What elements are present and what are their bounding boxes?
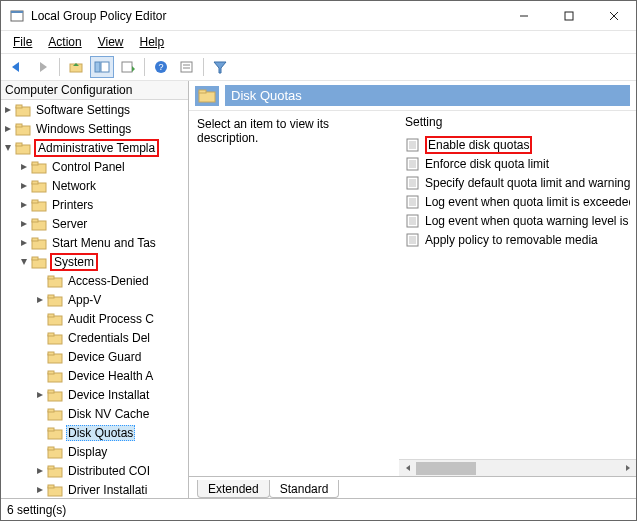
chevron-right-icon[interactable]: ▸ [33,480,47,498]
setting-item[interactable]: Specify default quota limit and warning … [405,173,630,192]
tree-item-label: Driver Installati [66,483,149,497]
scroll-left-icon[interactable] [399,460,416,477]
svg-rect-25 [16,143,22,146]
tree-item[interactable]: ▸Server [1,214,188,233]
close-button[interactable] [591,1,636,30]
tree-item-label: Device Health A [66,369,155,383]
tree-item-label: Control Panel [50,160,127,174]
tree-item-label: Server [50,217,89,231]
tree-item[interactable]: ▸Start Menu and Tas [1,233,188,252]
tree-item[interactable]: ▸Network [1,176,188,195]
scroll-right-icon[interactable] [619,460,636,477]
svg-rect-43 [48,314,54,317]
tree-item[interactable]: ·Credentials Del [1,328,188,347]
scroll-track[interactable] [416,460,619,477]
menu-view[interactable]: View [92,33,130,51]
setting-item[interactable]: Apply policy to removable media [405,230,630,249]
back-button[interactable] [5,56,29,78]
tab-strip: Extended Standard [189,476,636,498]
chevron-right-icon[interactable]: ▸ [1,119,15,138]
tree-item[interactable]: ▸Printers [1,195,188,214]
chevron-down-icon[interactable]: ▾ [1,138,15,157]
tree-item-label: Start Menu and Tas [50,236,158,250]
export-list-button[interactable] [116,56,140,78]
chevron-right-icon[interactable]: ▸ [33,461,47,480]
tree-item[interactable]: ·Device Health A [1,366,188,385]
tree-item[interactable]: ·Access-Denied [1,271,188,290]
minimize-button[interactable] [501,1,546,30]
setting-item[interactable]: Enforce disk quota limit [405,154,630,173]
tree-item-label: Network [50,179,98,193]
tree-item[interactable]: ·Disk Quotas [1,423,188,442]
folder-icon [47,350,63,364]
filter-button[interactable] [208,56,232,78]
tree-item[interactable]: ·Audit Process C [1,309,188,328]
toolbar-separator [59,58,60,76]
chevron-right-icon[interactable]: ▸ [17,157,31,176]
tab-standard[interactable]: Standard [269,480,340,498]
settings-list: Setting Enable disk quotasEnforce disk q… [399,111,636,476]
tree-item[interactable]: ▸Driver Installati [1,480,188,498]
svg-rect-63 [199,90,206,93]
setting-item-label: Enable disk quotas [425,136,532,154]
properties-button[interactable] [175,56,199,78]
tree-item[interactable]: ▸Distributed COI [1,461,188,480]
chevron-right-icon[interactable]: ▸ [17,195,31,214]
chevron-right-icon[interactable]: ▸ [33,385,47,404]
folder-icon [31,179,47,193]
folder-icon [47,388,63,402]
menubar: File Action View Help [1,31,636,53]
chevron-right-icon[interactable]: ▸ [17,214,31,233]
tree-item-label: Disk NV Cache [66,407,151,421]
maximize-button[interactable] [546,1,591,30]
tree-item-label: App-V [66,293,103,307]
chevron-right-icon[interactable]: ▸ [17,176,31,195]
svg-rect-47 [48,352,54,355]
svg-rect-41 [48,295,54,298]
chevron-down-icon[interactable]: ▾ [17,252,31,271]
menu-action[interactable]: Action [42,33,87,51]
folder-icon [31,198,47,212]
tree-item[interactable]: ▾System [1,252,188,271]
app-icon [9,8,25,24]
policy-icon [405,157,421,171]
status-text: 6 setting(s) [7,503,66,517]
tree-item[interactable]: ▾Administrative Templa [1,138,188,157]
tab-extended[interactable]: Extended [197,480,270,498]
svg-rect-27 [32,162,38,165]
tree-item[interactable]: ·Device Guard [1,347,188,366]
chevron-right-icon[interactable]: ▸ [17,233,31,252]
setting-item[interactable]: Log event when quota limit is exceeded [405,192,630,211]
column-header-setting[interactable]: Setting [399,111,636,135]
tree-item[interactable]: ·Disk NV Cache [1,404,188,423]
setting-item[interactable]: Log event when quota warning level is ex… [405,211,630,230]
forward-button[interactable] [31,56,55,78]
tree-item[interactable]: ▸Device Installat [1,385,188,404]
tree-item-label: Distributed COI [66,464,152,478]
tree-pane[interactable]: Computer Configuration ▸Software Setting… [1,81,189,498]
tree-item[interactable]: ▸Software Settings [1,100,188,119]
folder-icon [31,160,47,174]
setting-item-label: Enforce disk quota limit [425,157,549,171]
chevron-right-icon[interactable]: ▸ [33,290,47,309]
setting-item[interactable]: Enable disk quotas [405,135,630,154]
up-button[interactable] [64,56,88,78]
scroll-thumb[interactable] [416,462,476,475]
toolbar-separator [203,58,204,76]
svg-rect-12 [122,62,132,72]
folder-icon [47,312,63,326]
folder-icon [47,407,63,421]
tree-item[interactable]: ▸Windows Settings [1,119,188,138]
chevron-right-icon[interactable]: ▸ [1,100,15,119]
setting-item-label: Log event when quota warning level is ex… [425,214,630,228]
tree-item[interactable]: ·Display [1,442,188,461]
folder-icon [15,141,31,155]
menu-help[interactable]: Help [134,33,171,51]
menu-file[interactable]: File [7,33,38,51]
help-button[interactable]: ? [149,56,173,78]
svg-rect-51 [48,390,54,393]
show-hide-tree-button[interactable] [90,56,114,78]
horizontal-scrollbar[interactable] [399,459,636,476]
tree-item[interactable]: ▸Control Panel [1,157,188,176]
tree-item[interactable]: ▸App-V [1,290,188,309]
